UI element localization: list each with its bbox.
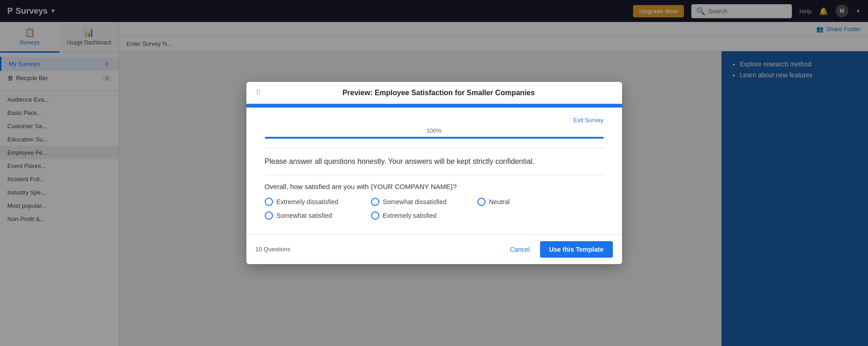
radio-option-extremely-satisfied[interactable]: Extremely satisfied	[371, 211, 463, 220]
modal-overlay[interactable]: ⠿ Preview: Employee Satisfaction for Sma…	[0, 0, 868, 346]
radio-option-somewhat-satisfied[interactable]: Somewhat satisfied	[265, 211, 356, 220]
survey-divider-1	[265, 148, 604, 148]
modal-title: Preview: Employee Satisfaction for Small…	[265, 89, 613, 97]
questions-count: 10 Questions	[256, 246, 291, 253]
radio-row-1: Extremely dissatisfied Somewhat dissatis…	[265, 198, 604, 206]
progress-inner-bar	[265, 137, 604, 139]
radio-row-2: Somewhat satisfied Extremely satisfied	[265, 211, 604, 220]
radio-circle[interactable]	[265, 198, 273, 206]
radio-label: Neutral	[489, 198, 510, 205]
radio-label: Extremely dissatisfied	[277, 198, 338, 205]
radio-option-somewhat-dissatisfied[interactable]: Somewhat dissatisfied	[371, 198, 463, 206]
radio-circle[interactable]	[371, 198, 379, 206]
cancel-button[interactable]: Cancel	[505, 243, 535, 256]
survey-intro-text: Please answer all questions honestly. Yo…	[265, 156, 604, 168]
radio-circle[interactable]	[265, 211, 273, 220]
modal-body: Exit Survey 100% Please answer all quest…	[246, 104, 622, 234]
radio-label: Somewhat dissatisfied	[383, 198, 447, 205]
radio-options-group: Extremely dissatisfied Somewhat dissatis…	[265, 198, 604, 225]
survey-divider-2	[265, 175, 604, 175]
radio-label: Somewhat satisfied	[277, 212, 332, 219]
modal-header: ⠿ Preview: Employee Satisfaction for Sma…	[246, 82, 622, 104]
progress-label: 100%	[265, 127, 604, 134]
radio-option-neutral[interactable]: Neutral	[477, 198, 569, 206]
radio-option-extremely-dissatisfied[interactable]: Extremely dissatisfied	[265, 198, 356, 206]
survey-progress-fill	[246, 104, 622, 108]
exit-survey-link[interactable]: Exit Survey	[265, 117, 604, 124]
preview-modal: ⠿ Preview: Employee Satisfaction for Sma…	[246, 82, 622, 264]
use-template-button[interactable]: Use this Template	[540, 241, 613, 258]
radio-circle[interactable]	[477, 198, 486, 206]
modal-scroll-area[interactable]: Exit Survey 100% Please answer all quest…	[246, 108, 622, 234]
progress-section: 100%	[265, 127, 604, 139]
footer-actions: Cancel Use this Template	[505, 241, 612, 258]
question-1-text: Overall, how satisfied are you with {YOU…	[265, 183, 604, 190]
modal-footer: 10 Questions Cancel Use this Template	[246, 234, 622, 264]
survey-content: Exit Survey 100% Please answer all quest…	[246, 108, 622, 234]
survey-top-progress	[246, 104, 622, 108]
drag-handle-icon[interactable]: ⠿	[256, 88, 261, 97]
radio-circle[interactable]	[371, 211, 379, 220]
radio-label: Extremely satisfied	[383, 212, 437, 219]
